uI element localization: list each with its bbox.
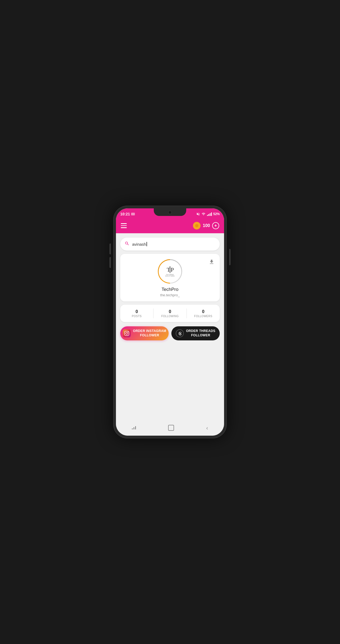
logo-subtitle: TECHPROSOLUTIONS (165, 274, 175, 277)
posts-label: POSTS (132, 315, 142, 318)
instagram-icon (123, 329, 131, 337)
threads-button-text: ORDER THREADS FOLLOWER (186, 329, 215, 337)
recent-apps-button[interactable] (132, 426, 136, 429)
volume-down-button[interactable] (109, 257, 111, 268)
profile-name: TechPro (162, 287, 178, 292)
search-container[interactable]: avinash (120, 238, 220, 251)
bottom-nav: ‹ (116, 422, 224, 436)
stat-posts: 0 POSTS (120, 309, 153, 318)
download-button[interactable] (208, 258, 215, 266)
notch (154, 208, 186, 216)
menu-button[interactable] (121, 223, 127, 228)
app-header: 100 (116, 218, 224, 233)
followers-count: 0 (202, 309, 205, 314)
back-icon: ‹ (206, 425, 208, 431)
logo-letters: TP (167, 266, 174, 273)
following-label: FOLLOWING (161, 315, 179, 318)
recent-apps-icon (132, 426, 136, 429)
gallery-icon (131, 213, 135, 215)
followers-label: FOLLOWERS (194, 315, 212, 318)
profile-avatar: TP TECHPROSOLUTIONS (158, 259, 182, 284)
mute-icon (196, 212, 200, 216)
stats-bar: 0 POSTS 0 FOLLOWING 0 FOLLOWERS (120, 305, 220, 322)
stat-followers: 0 FOLLOWERS (187, 309, 220, 318)
header-right: 100 (193, 222, 219, 229)
phone-frame: 10:21 52% (113, 206, 227, 438)
search-input-area[interactable]: avinash (132, 242, 215, 247)
add-coins-button[interactable] (212, 222, 219, 229)
home-icon (168, 425, 174, 431)
profile-logo-inner: TP TECHPROSOLUTIONS (159, 260, 181, 283)
signal-icon (207, 212, 212, 216)
phone-screen: 10:21 52% (116, 208, 224, 436)
posts-count: 0 (136, 309, 138, 314)
home-button[interactable] (168, 425, 174, 431)
following-count: 0 (169, 309, 171, 314)
search-value: avinash (132, 242, 146, 247)
stat-following: 0 FOLLOWING (154, 309, 186, 318)
back-button[interactable]: ‹ (206, 425, 208, 431)
profile-card: TP TECHPROSOLUTIONS TechPro the.techpro_ (120, 254, 220, 301)
coin-count: 100 (203, 223, 210, 228)
wifi-icon (201, 212, 206, 216)
text-cursor (146, 242, 147, 246)
search-icon (125, 241, 129, 247)
status-time: 10:21 (120, 212, 135, 216)
battery-text: 52% (213, 212, 220, 216)
volume-up-button[interactable] (109, 244, 111, 254)
status-right: 52% (196, 212, 220, 216)
coin-icon (193, 222, 201, 229)
power-button[interactable] (229, 249, 231, 265)
instagram-button-text: ORDER INSTAGRAM FOLLOWER (133, 329, 166, 337)
threads-icon (176, 329, 184, 337)
main-content: avinash TP TECHPROSOLUTIONS (116, 233, 224, 422)
order-threads-button[interactable]: ORDER THREADS FOLLOWER (171, 326, 220, 340)
order-instagram-button[interactable]: ORDER INSTAGRAM FOLLOWER (120, 326, 169, 340)
action-buttons: ORDER INSTAGRAM FOLLOWER ORDER THREADS F… (120, 326, 220, 340)
profile-username: the.techpro_ (160, 293, 180, 297)
